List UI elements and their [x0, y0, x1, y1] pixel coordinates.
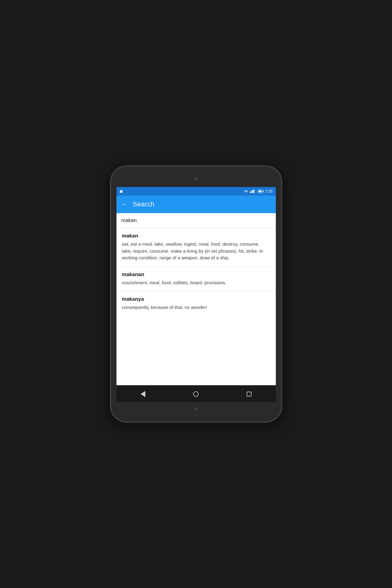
result-definition-makan: eat, eat a meal. take, swallow, ingest. …: [122, 241, 270, 261]
search-input[interactable]: [121, 216, 271, 225]
result-word-makan: makan: [122, 233, 270, 239]
result-item-makanya[interactable]: makanya consequently, because of that, n…: [116, 291, 276, 316]
status-bar-left: ▣: [120, 189, 123, 193]
result-definition-makanan: nourishment, meal, food, edibles, board.…: [122, 279, 270, 286]
home-indicator: [195, 408, 197, 410]
result-word-makanan: makanan: [122, 272, 270, 278]
back-button[interactable]: ←: [121, 201, 128, 208]
bottom-bezel: [116, 402, 276, 416]
front-camera: [195, 178, 198, 181]
result-word-makanya: makanya: [122, 296, 270, 302]
app-title: Search: [133, 200, 155, 208]
status-bar-right: 3G 2:26: [244, 189, 272, 193]
app-bar: ← Search: [116, 195, 276, 213]
result-item-makanan[interactable]: makanan nourishment, meal, food, edibles…: [116, 267, 276, 292]
nav-recent-button[interactable]: [243, 388, 255, 400]
nav-home-button[interactable]: [190, 388, 202, 400]
notification-icon: ▣: [120, 189, 123, 193]
nav-back-icon: [140, 391, 145, 397]
top-bezel: [116, 171, 276, 187]
status-bar: ▣ 3G 2:26: [116, 187, 276, 195]
nav-back-button[interactable]: [137, 388, 149, 400]
result-item-makan[interactable]: makan eat, eat a meal. take, swallow, in…: [116, 228, 276, 267]
screen: ▣ 3G 2:26 ←: [116, 187, 276, 402]
result-definition-makanya: consequently, because of that, no wonder…: [122, 304, 270, 311]
signal-3g-label: 3G: [244, 190, 248, 193]
nav-bar: [116, 385, 276, 402]
device: ▣ 3G 2:26 ←: [111, 166, 281, 422]
nav-recent-icon: [247, 392, 252, 396]
results-list: makan eat, eat a meal. take, swallow, in…: [116, 228, 276, 385]
time-display: 2:26: [265, 189, 272, 193]
search-container: [116, 213, 276, 228]
nav-home-icon: [193, 391, 199, 397]
